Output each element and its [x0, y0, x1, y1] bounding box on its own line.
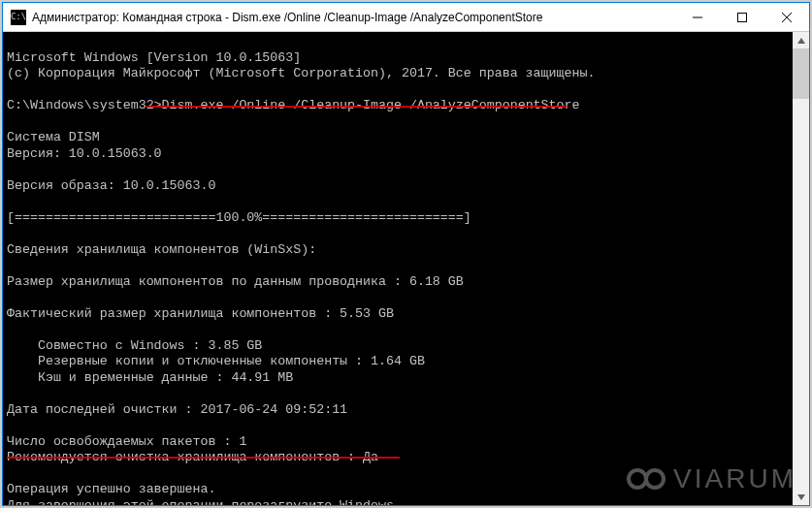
- progress-bar: [==========================100.0%=======…: [7, 210, 471, 225]
- chevron-down-icon: [797, 494, 805, 500]
- scroll-up-button[interactable]: [793, 32, 809, 48]
- output-line: Microsoft Windows [Version 10.0.15063]: [7, 50, 301, 65]
- output-line: Cистема DISM: [7, 130, 100, 144]
- output-line: Операция успешно завершена.: [7, 482, 215, 496]
- scrollbar-thumb[interactable]: [793, 48, 809, 99]
- output-line: Сведения хранилища компонентов (WinSxS):: [7, 242, 316, 257]
- window-title: Администратор: Командная строка - Dism.e…: [32, 11, 675, 24]
- console-output[interactable]: Microsoft Windows [Version 10.0.15063] (…: [3, 32, 809, 505]
- output-line: Кэш и временные данные : 44.91 MB: [7, 370, 293, 385]
- scrollbar-track[interactable]: [793, 48, 809, 489]
- console-window: C:\ Администратор: Командная строка - Di…: [2, 2, 810, 506]
- output-line: Версия: 10.0.15063.0: [7, 146, 162, 161]
- output-line: Для завершения этой операции перезагрузи…: [7, 498, 402, 506]
- output-line: (c) Корпорация Майкрософт (Microsoft Cor…: [7, 66, 595, 80]
- maximize-button[interactable]: [720, 3, 764, 31]
- close-button[interactable]: [764, 3, 809, 31]
- annotation-underline: [7, 457, 400, 459]
- minimize-button[interactable]: [675, 3, 720, 31]
- svg-marker-4: [797, 38, 805, 44]
- output-line: Версия образа: 10.0.15063.0: [7, 178, 215, 193]
- svg-rect-1: [738, 13, 747, 21]
- prompt: C:\Windows\system32>: [7, 98, 162, 112]
- scroll-down-button[interactable]: [793, 489, 809, 505]
- output-line: Дата последней очистки : 2017-06-24 09:5…: [7, 402, 347, 417]
- window-controls: [675, 3, 809, 31]
- output-line: Совместно с Windows : 3.85 GB: [7, 338, 262, 353]
- chevron-up-icon: [797, 38, 805, 44]
- output-line: Число освобождаемых пакетов : 1: [7, 434, 246, 449]
- vertical-scrollbar[interactable]: [793, 32, 809, 505]
- output-line: Резервные копии и отключенные компоненты…: [7, 354, 425, 368]
- titlebar[interactable]: C:\ Администратор: Командная строка - Di…: [3, 3, 809, 32]
- output-line: Фактический размер хранилища компонентов…: [7, 306, 394, 321]
- annotation-underline: [146, 106, 567, 108]
- app-icon: C:\: [11, 10, 26, 25]
- output-line: Размер хранилища компонентов по данным п…: [7, 274, 464, 289]
- svg-marker-5: [797, 494, 805, 500]
